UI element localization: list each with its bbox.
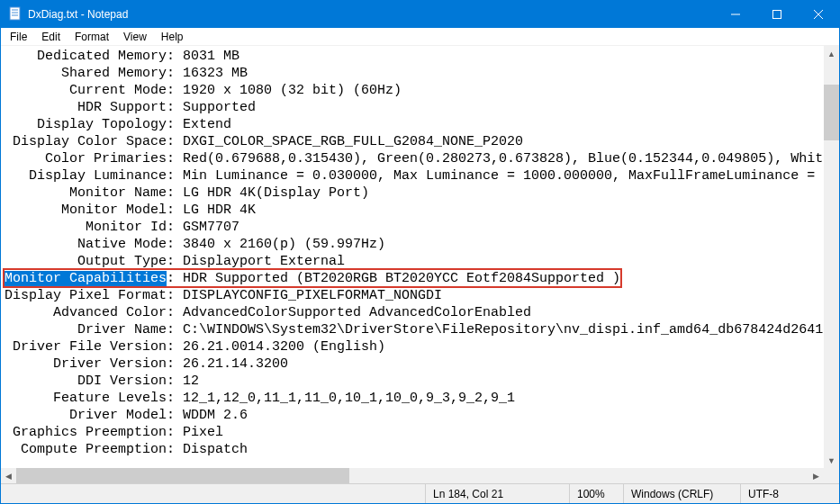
text-line: Monitor Name: LG HDR 4K(Display Port) [5, 184, 822, 202]
text-line: Native Mode: 3840 x 2160(p) (59.997Hz) [5, 236, 822, 253]
svg-rect-5 [773, 11, 781, 19]
text-line: Current Mode: 1920 x 1080 (32 bit) (60Hz… [5, 82, 822, 99]
titlebar[interactable]: DxDiag.txt - Notepad [1, 1, 839, 28]
scroll-corner [824, 468, 839, 483]
menu-view[interactable]: View [116, 29, 154, 45]
status-spacer [1, 484, 425, 503]
menu-file[interactable]: File [3, 29, 34, 45]
status-line-ending: Windows (CRLF) [623, 484, 740, 503]
status-position: Ln 184, Col 21 [425, 484, 569, 503]
scroll-down-button[interactable]: ▼ [824, 453, 839, 468]
vertical-scroll-track[interactable] [824, 61, 839, 453]
text-line: Display Pixel Format: DISPLAYCONFIG_PIXE… [5, 287, 822, 304]
text-line-value: : HDR Supported (BT2020RGB BT2020YCC Eot… [167, 271, 620, 286]
status-zoom: 100% [569, 484, 623, 503]
maximize-button[interactable] [756, 1, 798, 28]
menu-edit[interactable]: Edit [34, 29, 68, 45]
scroll-left-button[interactable]: ◀ [1, 468, 16, 483]
menu-format[interactable]: Format [68, 29, 116, 45]
window-title: DxDiag.txt - Notepad [28, 8, 715, 21]
scroll-right-button[interactable]: ▶ [808, 468, 824, 483]
text-line: Display Topology: Extend [5, 116, 822, 133]
text-line: Monitor Model: LG HDR 4K [5, 202, 822, 219]
text-line: Output Type: Displayport External [5, 253, 822, 270]
notepad-icon [8, 6, 23, 23]
text-line: Compute Preemption: Dispatch [5, 441, 822, 458]
editor-area: Dedicated Memory: 8031 MB Shared Memory:… [1, 46, 839, 483]
menu-help[interactable]: Help [154, 29, 191, 45]
minimize-button[interactable] [715, 1, 756, 28]
text-line: DDI Version: 12 [5, 373, 822, 390]
horizontal-scrollbar[interactable]: ◀ ▶ [1, 468, 824, 483]
horizontal-scroll-track[interactable] [16, 468, 808, 483]
text-line: Driver File Version: 26.21.0014.3200 (En… [5, 338, 822, 356]
statusbar: Ln 184, Col 21 100% Windows (CRLF) UTF-8 [1, 483, 839, 503]
text-line: Driver Model: WDDM 2.6 [5, 407, 822, 424]
close-button[interactable] [798, 1, 839, 28]
menubar: File Edit Format View Help [1, 28, 839, 46]
text-line: Driver Version: 26.21.14.3200 [5, 356, 822, 373]
text-line: Shared Memory: 16323 MB [5, 65, 822, 82]
selected-text: Monitor Capabilities [5, 271, 167, 286]
vertical-scroll-thumb[interactable] [824, 85, 839, 140]
status-encoding: UTF-8 [740, 484, 839, 503]
text-content[interactable]: Dedicated Memory: 8031 MB Shared Memory:… [1, 46, 824, 468]
horizontal-scroll-thumb[interactable] [16, 468, 349, 483]
scroll-up-button[interactable]: ▲ [824, 46, 839, 61]
text-line: Driver Name: C:\WINDOWS\System32\DriverS… [5, 321, 822, 338]
text-line: Color Primaries: Red(0.679688,0.315430),… [5, 150, 822, 167]
svg-rect-0 [10, 7, 20, 20]
text-line: Monitor Id: GSM7707 [5, 219, 822, 236]
text-line: HDR Support: Supported [5, 99, 822, 116]
text-line: Display Color Space: DXGI_COLOR_SPACE_RG… [5, 133, 822, 150]
text-line: Dedicated Memory: 8031 MB [5, 48, 822, 65]
vertical-scrollbar[interactable]: ▲ ▼ [824, 46, 839, 468]
text-line: Feature Levels: 12_1,12_0,11_1,11_0,10_1… [5, 390, 822, 407]
text-line: Graphics Preemption: Pixel [5, 424, 822, 441]
text-line: Advanced Color: AdvancedColorSupported A… [5, 304, 822, 321]
text-line: Display Luminance: Min Luminance = 0.030… [5, 167, 822, 184]
